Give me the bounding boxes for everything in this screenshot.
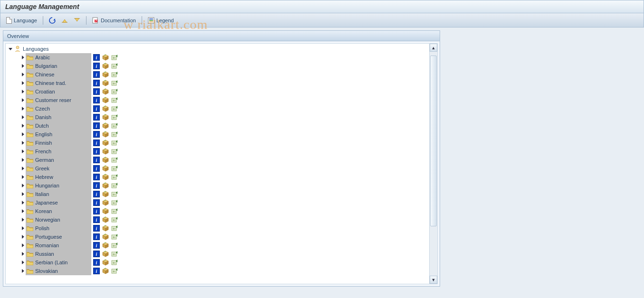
tree-language-row[interactable]: Dutchi bbox=[6, 121, 437, 130]
tree-language-row[interactable]: Finnishi bbox=[6, 139, 437, 147]
tree-node-label-cell[interactable]: Customer reser bbox=[26, 96, 91, 104]
expand-toggle-icon[interactable] bbox=[22, 158, 24, 162]
import-icon[interactable] bbox=[111, 97, 119, 103]
tree-node-label-cell[interactable]: German bbox=[26, 156, 91, 164]
tree-language-row[interactable]: Koreani bbox=[6, 207, 437, 215]
import-icon[interactable] bbox=[111, 122, 119, 129]
info-icon[interactable]: i bbox=[93, 54, 100, 61]
package-icon[interactable] bbox=[102, 268, 109, 274]
tree-language-row[interactable]: Czechi bbox=[6, 104, 437, 113]
tree-node-label-cell[interactable]: Korean bbox=[26, 207, 91, 215]
tree-node-label-cell[interactable]: Romanian bbox=[26, 241, 91, 250]
package-icon[interactable] bbox=[102, 182, 109, 189]
tree-language-row[interactable]: Polishi bbox=[6, 224, 437, 233]
expand-toggle-icon[interactable] bbox=[22, 132, 24, 136]
expand-toggle-icon[interactable] bbox=[22, 167, 24, 170]
tree-node-label-cell[interactable]: Hebrew bbox=[26, 173, 91, 181]
info-icon[interactable]: i bbox=[93, 140, 100, 146]
package-icon[interactable] bbox=[102, 80, 109, 86]
package-icon[interactable] bbox=[102, 165, 109, 172]
expand-toggle-icon[interactable] bbox=[22, 261, 24, 264]
info-icon[interactable]: i bbox=[93, 148, 100, 155]
tree-language-row[interactable]: Romaniani bbox=[6, 241, 437, 250]
info-icon[interactable]: i bbox=[93, 259, 100, 266]
package-icon[interactable] bbox=[102, 88, 109, 95]
tree-node-label-cell[interactable]: Croatian bbox=[26, 87, 91, 96]
package-icon[interactable] bbox=[102, 122, 109, 129]
tree-node-label-cell[interactable]: Greek bbox=[26, 164, 91, 173]
tree-node-label-cell[interactable]: Finnish bbox=[26, 139, 91, 147]
expand-toggle-icon[interactable] bbox=[22, 252, 24, 256]
import-icon[interactable] bbox=[111, 242, 119, 249]
tree-node-label-cell[interactable]: Portuguese bbox=[26, 233, 91, 241]
expand-toggle-icon[interactable] bbox=[22, 107, 24, 111]
scrollbar-thumb[interactable] bbox=[430, 56, 437, 226]
tree-node-label-cell[interactable]: Bulgarian bbox=[26, 62, 91, 70]
tree-language-row[interactable]: Germani bbox=[6, 156, 437, 164]
tree-node-label-cell[interactable]: French bbox=[26, 147, 91, 156]
expand-all-button[interactable] bbox=[59, 17, 70, 24]
tree-language-row[interactable]: Frenchi bbox=[6, 147, 437, 156]
import-icon[interactable] bbox=[111, 71, 119, 78]
tree-node-label-cell[interactable]: Danish bbox=[26, 113, 91, 121]
info-icon[interactable]: i bbox=[93, 97, 100, 103]
package-icon[interactable] bbox=[102, 251, 109, 257]
info-icon[interactable]: i bbox=[93, 251, 100, 257]
tree-node-label-cell[interactable]: English bbox=[26, 130, 91, 139]
refresh-button[interactable] bbox=[47, 16, 58, 25]
import-icon[interactable] bbox=[111, 259, 119, 266]
info-icon[interactable]: i bbox=[93, 191, 100, 197]
import-icon[interactable] bbox=[111, 140, 119, 146]
tree-scrollbar[interactable]: ▲ ▼ bbox=[429, 44, 437, 284]
package-icon[interactable] bbox=[102, 199, 109, 206]
expand-toggle-icon[interactable] bbox=[22, 81, 24, 85]
expand-toggle-icon[interactable] bbox=[22, 218, 24, 222]
package-icon[interactable] bbox=[102, 148, 109, 155]
package-icon[interactable] bbox=[102, 191, 109, 197]
tree-language-row[interactable]: Chinese trad.i bbox=[6, 79, 437, 87]
import-icon[interactable] bbox=[111, 131, 119, 138]
expand-toggle-icon[interactable] bbox=[22, 141, 24, 145]
expand-toggle-icon[interactable] bbox=[22, 64, 24, 68]
tree-language-row[interactable]: Serbian (Latini bbox=[6, 258, 437, 267]
import-icon[interactable] bbox=[111, 165, 119, 172]
info-icon[interactable]: i bbox=[93, 233, 100, 240]
tree-language-row[interactable]: Arabici bbox=[6, 53, 437, 62]
expand-toggle-icon[interactable] bbox=[22, 73, 24, 76]
import-icon[interactable] bbox=[111, 63, 119, 69]
info-icon[interactable]: i bbox=[93, 157, 100, 163]
expand-toggle-icon[interactable] bbox=[22, 115, 24, 119]
package-icon[interactable] bbox=[102, 114, 109, 121]
tree-node-label-cell[interactable]: Japanese bbox=[26, 198, 91, 207]
info-icon[interactable]: i bbox=[93, 268, 100, 274]
tree-language-row[interactable]: Russiani bbox=[6, 250, 437, 258]
package-icon[interactable] bbox=[102, 97, 109, 103]
info-icon[interactable]: i bbox=[93, 88, 100, 95]
import-icon[interactable] bbox=[111, 157, 119, 163]
tree-language-row[interactable]: Portuguesei bbox=[6, 233, 437, 241]
package-icon[interactable] bbox=[102, 208, 109, 214]
info-icon[interactable]: i bbox=[93, 71, 100, 78]
collapse-all-button[interactable] bbox=[72, 17, 82, 24]
expand-toggle-icon[interactable] bbox=[22, 209, 24, 213]
legend-button[interactable]: Legend bbox=[146, 16, 176, 25]
package-icon[interactable] bbox=[102, 63, 109, 69]
info-icon[interactable]: i bbox=[93, 208, 100, 214]
expand-toggle-icon[interactable] bbox=[22, 175, 24, 179]
tree-node-label-cell[interactable]: Chinese bbox=[26, 70, 91, 79]
package-icon[interactable] bbox=[102, 242, 109, 249]
tree-language-row[interactable]: Bulgariani bbox=[6, 62, 437, 70]
info-icon[interactable]: i bbox=[93, 242, 100, 249]
expand-toggle-icon[interactable] bbox=[22, 124, 24, 128]
language-button[interactable]: Language bbox=[4, 16, 39, 25]
import-icon[interactable] bbox=[111, 88, 119, 95]
tree-language-row[interactable]: Slovakiani bbox=[6, 267, 437, 275]
package-icon[interactable] bbox=[102, 140, 109, 146]
tree-node-label-cell[interactable]: Polish bbox=[26, 224, 91, 233]
package-icon[interactable] bbox=[102, 174, 109, 180]
expand-toggle-icon[interactable] bbox=[22, 149, 24, 153]
info-icon[interactable]: i bbox=[93, 199, 100, 206]
tree-node-label-cell[interactable]: Czech bbox=[26, 104, 91, 113]
tree-node-label-cell[interactable]: Slovakian bbox=[26, 267, 91, 275]
tree-node-label-cell[interactable]: Italian bbox=[26, 190, 91, 198]
